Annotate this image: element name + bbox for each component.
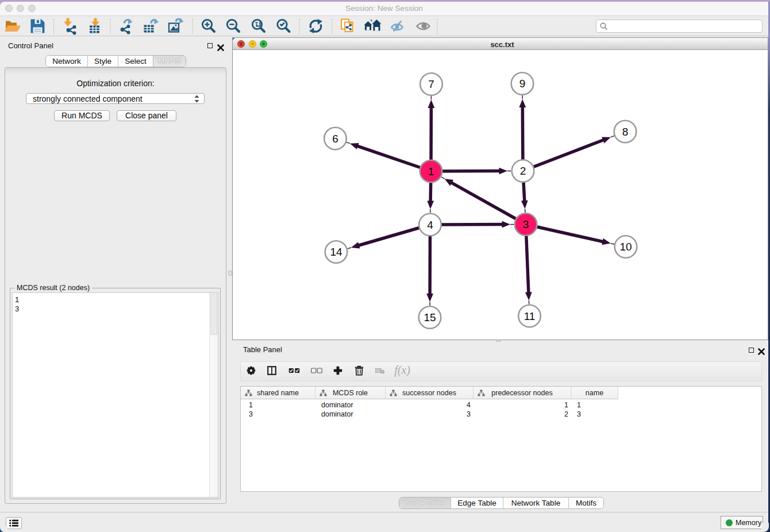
svg-text:14: 14	[330, 246, 342, 258]
svg-text:3: 3	[523, 218, 529, 230]
svg-text:1: 1	[428, 165, 434, 178]
svg-text:2: 2	[520, 165, 526, 177]
svg-text:f(x): f(x)	[394, 364, 410, 377]
svg-text:8: 8	[622, 126, 629, 138]
svg-text:10: 10	[619, 241, 632, 253]
svg-text:9: 9	[519, 78, 526, 90]
svg-text:7: 7	[428, 78, 434, 90]
svg-text:11: 11	[524, 310, 536, 322]
svg-text:6: 6	[332, 133, 338, 145]
svg-text:15: 15	[424, 311, 436, 323]
svg-text:4: 4	[427, 219, 433, 231]
